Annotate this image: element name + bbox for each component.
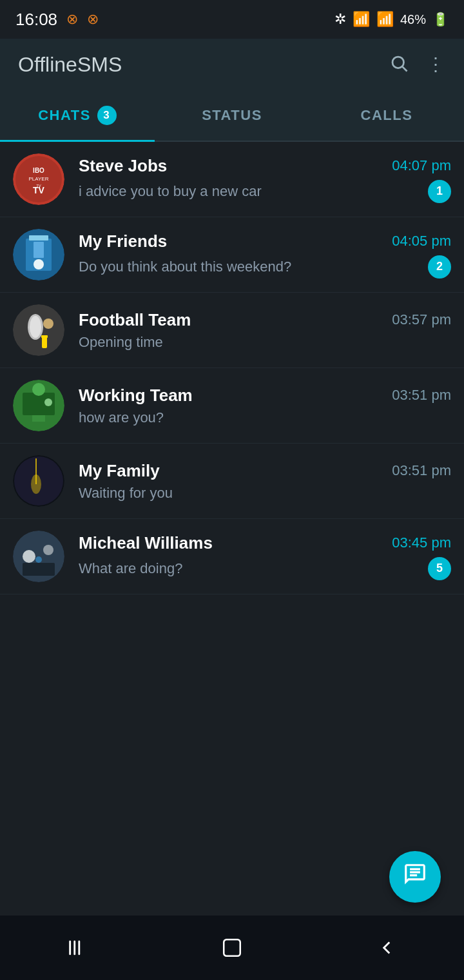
chat-list: IBO PLAYER TV TV Steve Jobs 04:07 pm i a… xyxy=(0,142,464,594)
tabs-bar: CHATS 3 STATUS CALLS xyxy=(0,90,464,142)
wifi-icon: 📶 xyxy=(353,11,370,28)
app-title: OfflineSMS xyxy=(18,53,122,77)
chat-preview-my-friends: Do you think about this weekend? xyxy=(79,259,291,275)
svg-point-31 xyxy=(43,545,53,555)
new-chat-fab[interactable] xyxy=(389,851,441,903)
back-button[interactable] xyxy=(367,928,406,967)
chat-time-football-team: 03:57 pm xyxy=(392,311,451,328)
chat-content-micheal-williams: Micheal Williams 03:45 pm What are doing… xyxy=(79,533,451,580)
svg-rect-34 xyxy=(69,941,71,956)
svg-text:TV: TV xyxy=(33,185,45,195)
bluetooth-icon: ✲ xyxy=(334,11,346,28)
search-button[interactable] xyxy=(389,54,409,76)
chat-item-working-team[interactable]: Working Team 03:51 pm how are you? xyxy=(0,368,464,444)
svg-rect-36 xyxy=(78,941,80,956)
more-options-button[interactable]: ⋮ xyxy=(427,55,446,74)
chat-content-football-team: Football Team 03:57 pm Opening time xyxy=(79,310,451,351)
svg-rect-35 xyxy=(73,941,75,956)
new-chat-icon xyxy=(403,862,427,892)
chat-footer-micheal-williams: What are doing? 5 xyxy=(79,557,451,580)
chat-time-working-team: 03:51 pm xyxy=(392,387,451,404)
app-bar: OfflineSMS ⋮ xyxy=(0,39,464,90)
svg-point-23 xyxy=(44,398,52,406)
tab-chats-label: CHATS xyxy=(38,107,91,124)
chat-time-my-friends: 04:05 pm xyxy=(392,233,451,250)
chat-preview-steve-jobs: i advice you to buy a new car xyxy=(79,183,262,200)
chat-content-my-family: My Family 03:51 pm Waiting for you xyxy=(79,461,451,502)
svg-rect-10 xyxy=(29,235,48,240)
chat-footer-working-team: how are you? xyxy=(79,409,451,426)
chat-header-steve-jobs: Steve Jobs 04:07 pm xyxy=(79,156,451,176)
avatar-working-team xyxy=(13,380,64,431)
chat-time-my-family: 03:51 pm xyxy=(392,462,451,479)
chat-name-football-team: Football Team xyxy=(79,310,191,330)
home-button[interactable] xyxy=(213,928,251,967)
chat-time-micheal-williams: 03:45 pm xyxy=(392,534,451,551)
signal-icon: 📶 xyxy=(376,11,394,28)
svg-rect-22 xyxy=(32,415,45,422)
chat-header-my-family: My Family 03:51 pm xyxy=(79,461,451,481)
avatar-micheal-williams xyxy=(13,531,64,582)
svg-point-18 xyxy=(43,318,53,329)
tab-status-label: STATUS xyxy=(202,107,262,124)
chat-name-my-friends: My Friends xyxy=(79,231,167,251)
avatar-my-friends xyxy=(13,229,64,280)
svg-point-0 xyxy=(392,57,404,68)
avatar-steve-jobs: IBO PLAYER TV TV xyxy=(13,153,64,205)
svg-point-11 xyxy=(34,259,44,270)
svg-point-30 xyxy=(23,550,35,563)
chat-header-football-team: Football Team 03:57 pm xyxy=(79,310,451,330)
avatar-football-team xyxy=(13,304,64,356)
tab-calls[interactable]: CALLS xyxy=(309,90,464,141)
chat-content-steve-jobs: Steve Jobs 04:07 pm i advice you to buy … xyxy=(79,156,451,203)
svg-point-21 xyxy=(32,383,45,396)
svg-rect-17 xyxy=(41,335,48,338)
chat-name-my-family: My Family xyxy=(79,461,160,481)
chat-footer-football-team: Opening time xyxy=(79,334,451,351)
chat-header-micheal-williams: Micheal Williams 03:45 pm xyxy=(79,533,451,553)
svg-text:IBO: IBO xyxy=(33,167,44,174)
svg-rect-12 xyxy=(34,242,44,258)
status-bar: 16:08 ⊗ ⊗ ✲ 📶 📶 46% 🔋 xyxy=(0,0,464,39)
chat-header-my-friends: My Friends 04:05 pm xyxy=(79,231,451,251)
tab-chats-badge: 3 xyxy=(97,106,117,125)
unread-badge-micheal-williams: 5 xyxy=(428,557,451,580)
chat-name-working-team: Working Team xyxy=(79,386,193,406)
tab-chats[interactable]: CHATS 3 xyxy=(0,90,155,141)
tab-calls-label: CALLS xyxy=(361,107,413,124)
tab-status[interactable]: STATUS xyxy=(155,90,309,141)
svg-rect-37 xyxy=(224,939,240,956)
battery-text: 46% xyxy=(400,12,426,27)
chat-footer-my-friends: Do you think about this weekend? 2 xyxy=(79,255,451,279)
chat-preview-my-family: Waiting for you xyxy=(79,485,173,502)
notify-icon-1: ⊗ xyxy=(66,11,78,28)
chat-item-steve-jobs[interactable]: IBO PLAYER TV TV Steve Jobs 04:07 pm i a… xyxy=(0,142,464,217)
recents-button[interactable] xyxy=(58,928,97,967)
chat-item-my-family[interactable]: My Family 03:51 pm Waiting for you xyxy=(0,444,464,519)
chat-preview-micheal-williams: What are doing? xyxy=(79,560,182,577)
chat-content-working-team: Working Team 03:51 pm how are you? xyxy=(79,386,451,426)
chat-preview-football-team: Opening time xyxy=(79,334,163,351)
svg-point-15 xyxy=(30,316,41,338)
chat-footer-steve-jobs: i advice you to buy a new car 1 xyxy=(79,180,451,203)
svg-rect-16 xyxy=(42,337,47,348)
svg-point-27 xyxy=(31,475,41,494)
chat-item-micheal-williams[interactable]: Micheal Williams 03:45 pm What are doing… xyxy=(0,519,464,594)
chat-item-football-team[interactable]: Football Team 03:57 pm Opening time xyxy=(0,293,464,368)
status-icons: ✲ 📶 📶 46% 🔋 xyxy=(334,11,449,28)
avatar-my-family xyxy=(13,455,64,507)
svg-line-1 xyxy=(403,66,407,71)
svg-text:PLAYER: PLAYER xyxy=(29,176,49,182)
chat-content-my-friends: My Friends 04:05 pm Do you think about t… xyxy=(79,231,451,279)
app-bar-actions: ⋮ xyxy=(389,54,446,76)
unread-badge-steve-jobs: 1 xyxy=(428,180,451,203)
battery-icon: 🔋 xyxy=(432,12,449,27)
chat-name-steve-jobs: Steve Jobs xyxy=(79,156,167,176)
chat-time-steve-jobs: 04:07 pm xyxy=(392,157,451,174)
chat-footer-my-family: Waiting for you xyxy=(79,485,451,502)
chat-header-working-team: Working Team 03:51 pm xyxy=(79,386,451,406)
bottom-nav xyxy=(0,916,464,980)
chat-preview-working-team: how are you? xyxy=(79,409,164,426)
chat-item-my-friends[interactable]: My Friends 04:05 pm Do you think about t… xyxy=(0,217,464,293)
status-time: 16:08 xyxy=(15,10,57,30)
